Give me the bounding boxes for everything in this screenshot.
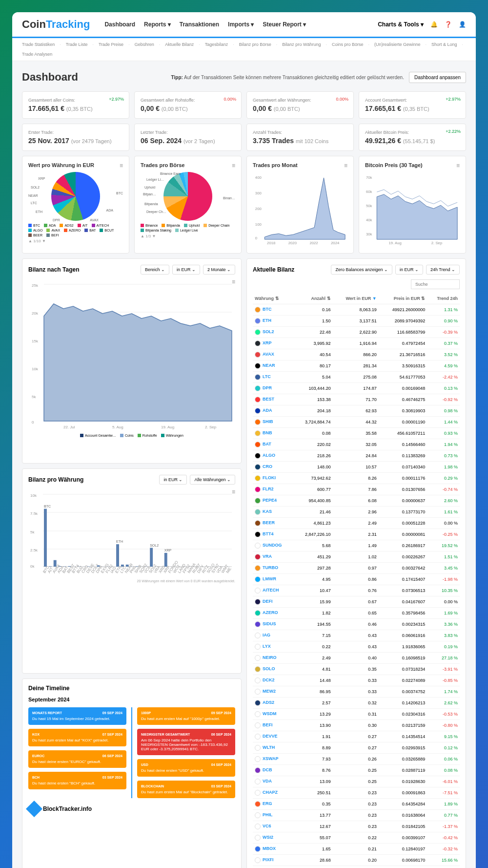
col-value[interactable]: Wert in EUR ▼: [333, 293, 379, 304]
nav-item[interactable]: Steuer Report ▾: [263, 21, 306, 28]
logo[interactable]: CoinTracking: [22, 18, 90, 31]
table-row[interactable]: BTT42,847,226.102.310.00000081-0.25 %: [253, 529, 460, 540]
nav-item[interactable]: Transaktionen: [180, 21, 219, 28]
table-row[interactable]: BAT220.0232.050.145664601.94 %: [253, 439, 460, 450]
timeline-item[interactable]: KOX07 SEP 2024Du hast zum ersten Mal auf…: [28, 729, 126, 746]
timeline-item[interactable]: MONATS REPORT09 SEP 2024Du hast 15 Mal i…: [28, 707, 126, 725]
timeline-item[interactable]: USD04 SEP 2024Du hast deine ersten "USD"…: [137, 759, 235, 777]
timeline-item[interactable]: NIEDRIGSTER GESAMTWERT06 SEP 2024Am 06 S…: [137, 729, 235, 755]
table-row[interactable]: KAS21.462.960.137731701.61 %: [253, 507, 460, 518]
table-row[interactable]: ETH1.503,137.512089.970493920.90 %: [253, 316, 460, 327]
table-row[interactable]: XSWAP7.930.260.032658890.06 %: [253, 754, 460, 765]
table-row[interactable]: VDA13.090.250.01928630-6.01 %: [253, 776, 460, 787]
table-row[interactable]: VC612.670.230.01842105-1.37 %: [253, 821, 460, 832]
table-row[interactable]: WLTH8.890.270.029939150.12 %: [253, 742, 460, 754]
select[interactable]: Zero Balances anzeigen ⌄: [331, 265, 392, 275]
table-row[interactable]: DCB8.760.250.028871190.08 %: [253, 765, 460, 776]
subnav-item[interactable]: Trade Liste: [66, 42, 88, 47]
table-row[interactable]: WSI255.070.220.00399107-0.42 %: [253, 832, 460, 844]
help-icon[interactable]: ❓: [445, 21, 452, 28]
subnav-item[interactable]: Short & Long: [431, 42, 457, 47]
table-row[interactable]: SHIB3,724,884.7444.320.000011901.44 %: [253, 417, 460, 428]
table-row[interactable]: BEER4,861.232.490.000512280.00 %: [253, 518, 460, 529]
menu-icon[interactable]: ≡: [120, 162, 123, 169]
timeline-item[interactable]: EUROC06 SEP 2024Du hast deine ersten "EU…: [28, 750, 126, 768]
subnav-item[interactable]: Aktuelle Bilanz: [165, 42, 194, 47]
table-row[interactable]: PHIL13.770.230.016380640.77 %: [253, 810, 460, 821]
subnav-item[interactable]: Gebühren: [135, 42, 154, 47]
menu-icon[interactable]: ≡: [456, 162, 460, 169]
customize-button[interactable]: Dashboard anpassen: [409, 72, 466, 83]
table-row[interactable]: WSDM13.290.310.02304316-0.53 %: [253, 709, 460, 720]
col-price[interactable]: Preis in EUR ⇅: [379, 293, 427, 304]
menu-icon[interactable]: ≡: [344, 162, 347, 169]
user-icon[interactable]: 👤: [459, 21, 466, 28]
table-row[interactable]: LTC5.04275.0854.61777053-2.42 %: [253, 372, 460, 383]
table-row[interactable]: SIDUS194.550.460.002343153.36 %: [253, 619, 460, 630]
table-row[interactable]: IAG7.150.430.060619163.83 %: [253, 630, 460, 641]
table-row[interactable]: NEIRO2.490.400.1609851927.18 %: [253, 653, 460, 664]
blocktracker-logo[interactable]: BlockTracker.info: [28, 803, 235, 815]
table-row[interactable]: SOL222.482,622.90116.68583799-0.39 %: [253, 327, 460, 338]
subnav-item[interactable]: Trade Analysen: [22, 52, 52, 57]
table-row[interactable]: SUNDOG5.681.490.2618691719.52 %: [253, 540, 460, 551]
table-row[interactable]: DCK214.480.330.02274089-0.85 %: [253, 675, 460, 686]
timeline-item[interactable]: BCH03 SEP 2024Du hast deine ersten "BCH"…: [28, 772, 126, 789]
table-row[interactable]: LYX0.220.431.918360650.19 %: [253, 641, 460, 653]
table-row[interactable]: ADA204.1862.930.308199030.98 %: [253, 405, 460, 417]
table-row[interactable]: MBOX1.650.210.12840197-0.32 %: [253, 844, 460, 855]
timeline-item[interactable]: 1000P09 SEP 2024Du hast zum ersten Mal a…: [137, 707, 235, 725]
subnav-item[interactable]: Bilanz pro Währung: [282, 42, 321, 47]
col-currency[interactable]: Währung ⇅: [253, 293, 294, 304]
table-row[interactable]: DPR103,444.20174.870.001690480.13 %: [253, 383, 460, 394]
table-row[interactable]: DEFI15.990.670.041676070.00 %: [253, 596, 460, 608]
subnav-item[interactable]: Bilanz pro Börse: [239, 42, 271, 47]
subnav-item[interactable]: Tagesbilanz: [205, 42, 228, 47]
nav-item[interactable]: Dashboard: [104, 21, 135, 28]
table-row[interactable]: BTC0.168,063.1949921.260000001.31 %: [253, 304, 460, 316]
menu-icon[interactable]: ≡: [232, 278, 235, 285]
table-row[interactable]: SYNT5.580.190.033659761.20 %: [253, 866, 460, 868]
table-row[interactable]: AITECH10.470.760.0730651310.35 %: [253, 585, 460, 596]
subnav-item[interactable]: Coins pro Börse: [332, 42, 364, 47]
select[interactable]: in EUR ⌄: [159, 475, 187, 485]
table-row[interactable]: XRP3,995.921,916.940.479724540.37 %: [253, 338, 460, 349]
select[interactable]: in EUR ⌄: [395, 265, 423, 275]
table-row[interactable]: LMWR4.950.860.17415407-1.98 %: [253, 574, 460, 585]
table-row[interactable]: NEAR80.17281.343.509163154.59 %: [253, 360, 460, 372]
table-row[interactable]: VRA451.291.020.002262671.51 %: [253, 551, 460, 563]
table-row[interactable]: DEVVE1.910.270.143545149.15 %: [253, 731, 460, 742]
table-row[interactable]: CHAPZ250.510.230.00091863-7.51 %: [253, 787, 460, 799]
chart-pager[interactable]: ▲ 1/3 ▼: [141, 234, 235, 238]
table-row[interactable]: BNB0.0835.58456.610572110.93 %: [253, 428, 460, 439]
menu-icon[interactable]: ≡: [232, 162, 235, 169]
table-row[interactable]: BEST153.3871.700.46746275-0.92 %: [253, 394, 460, 405]
table-row[interactable]: PEPE4954,400.856.080.000006372.60 %: [253, 495, 460, 507]
select[interactable]: 24h Trend ⌄: [426, 265, 460, 275]
search-input[interactable]: [411, 279, 460, 289]
table-row[interactable]: ADS22.570.320.142062132.62 %: [253, 698, 460, 709]
chart-pager[interactable]: ▲ 1/10 ▼: [28, 239, 123, 243]
select[interactable]: 2 Monate ⌄: [203, 265, 235, 275]
menu-icon[interactable]: ≡: [232, 488, 235, 495]
select[interactable]: Alle Währungen ⌄: [190, 475, 235, 485]
table-row[interactable]: BEFI13.900.300.02137159-0.80 %: [253, 720, 460, 731]
subnav-item[interactable]: Trade Preise: [99, 42, 123, 47]
subnav-item[interactable]: Trade Statistiken: [22, 42, 55, 47]
table-row[interactable]: TURBO297.280.970.003276423.45 %: [253, 563, 460, 574]
bell-icon[interactable]: 🔔: [430, 21, 438, 28]
table-row[interactable]: FLOKI73,942.628.260.000111760.29 %: [253, 473, 460, 484]
table-row[interactable]: CRO148.0010.570.071403401.98 %: [253, 462, 460, 473]
table-row[interactable]: AVAX40.54866.2021.367165163.52 %: [253, 349, 460, 360]
nav-item[interactable]: Imports ▾: [228, 21, 254, 28]
table-row[interactable]: AZERO1.820.650.357984561.69 %: [253, 608, 460, 619]
timeline-item[interactable]: BLOCKCHAIN03 SEP 2024Du hast zum ersten …: [137, 781, 235, 798]
table-row[interactable]: FLR2600.777.860.01307656-0.74 %: [253, 484, 460, 495]
table-row[interactable]: PIXFI28.680.200.0069817015.66 %: [253, 855, 460, 866]
col-trend[interactable]: Trend 24h: [427, 293, 460, 304]
select[interactable]: Bereich ⌄: [141, 265, 169, 275]
select[interactable]: in EUR ⌄: [172, 265, 200, 275]
table-row[interactable]: ERG0.350.230.643542841.89 %: [253, 799, 460, 810]
subnav-item[interactable]: (Un)realisierte Gewinne: [374, 42, 421, 47]
nav-item[interactable]: Reports ▾: [144, 21, 171, 28]
